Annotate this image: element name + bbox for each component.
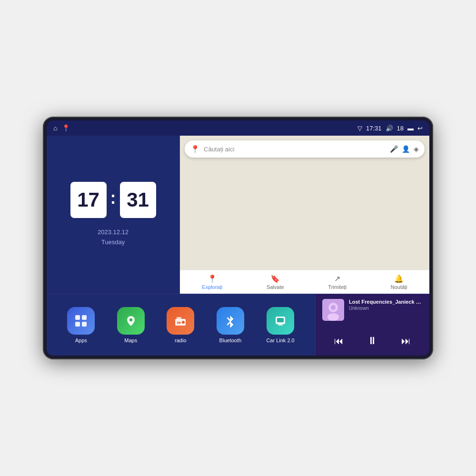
album-art-image	[322, 299, 344, 321]
svg-rect-31	[75, 322, 80, 327]
svg-point-36	[182, 321, 185, 324]
map-nav-saved-label: Salvate	[267, 284, 284, 290]
time-display: 17:31	[366, 125, 382, 132]
explore-icon: 📍	[208, 274, 217, 283]
map-widget[interactable]: 📍 Căutați aici 🎤 👤 ◈	[180, 136, 429, 294]
album-art	[322, 299, 344, 321]
svg-rect-35	[177, 317, 181, 319]
map-nav-share-label: Trimiteți	[328, 284, 347, 290]
music-title: Lost Frequencies_Janieck Devy-...	[349, 299, 423, 305]
app-icon-maps[interactable]: Maps	[117, 307, 145, 343]
clock-display: 17 : 31	[70, 182, 156, 218]
svg-rect-41	[278, 324, 283, 326]
svg-rect-29	[75, 315, 80, 320]
maps-icon-bg	[117, 307, 145, 335]
maps-icon	[124, 314, 138, 328]
status-left: ⌂ 📍	[53, 124, 70, 132]
next-button[interactable]: ⏭	[397, 334, 415, 348]
prev-button[interactable]: ⏮	[330, 334, 347, 348]
map-search-bar[interactable]: 📍 Căutați aici 🎤 👤 ◈	[185, 140, 425, 158]
signal-icon: ▽	[357, 125, 362, 132]
apps-label: Apps	[75, 337, 87, 343]
music-player: Lost Frequencies_Janieck Devy-... Unknow…	[315, 294, 429, 356]
map-nav-share[interactable]: ↗ Trimiteți	[328, 274, 347, 290]
volume-icon: 🔊	[386, 125, 393, 132]
clock-date: 2023.12.12 Tuesday	[98, 228, 129, 248]
svg-point-33	[129, 318, 132, 321]
svg-rect-40	[277, 318, 284, 322]
main-content: 17 : 31 2023.12.12 Tuesday 📍 Căutați aic…	[47, 136, 429, 356]
battery-level: 18	[397, 125, 404, 132]
device-shell: ⌂ 📍 ▽ 17:31 🔊 18 ▬ ↩ 17 :	[43, 117, 433, 359]
map-bottom-bar: 📍 Explorați 🔖 Salvate ↗ Trimiteți 🔔	[180, 270, 429, 294]
svg-point-45	[327, 313, 339, 321]
map-nav-explore-label: Explorați	[202, 284, 222, 290]
carlink-icon	[273, 314, 288, 328]
share-icon: ↗	[334, 274, 340, 283]
clock-separator: :	[110, 188, 116, 208]
back-icon[interactable]: ↩	[417, 125, 423, 132]
screen: ⌂ 📍 ▽ 17:31 🔊 18 ▬ ↩ 17 :	[47, 120, 429, 356]
radio-label: radio	[175, 337, 186, 343]
app-icon-bluetooth[interactable]: Bluetooth	[217, 307, 244, 343]
home-icon[interactable]: ⌂	[53, 124, 57, 132]
svg-text:FM: FM	[177, 322, 180, 325]
bottom-row: Apps Maps	[47, 294, 429, 356]
app-icon-apps[interactable]: Apps	[67, 307, 95, 343]
app-icons-section: Apps Maps	[47, 294, 315, 356]
carlink-icon-bg	[267, 307, 294, 335]
bluetooth-icon-bg	[217, 307, 244, 335]
radio-icon-bg: FM	[167, 307, 194, 335]
map-nav-explore[interactable]: 📍 Explorați	[202, 274, 222, 290]
mic-icon[interactable]: 🎤	[390, 145, 398, 153]
svg-point-44	[331, 305, 336, 310]
app-icon-carlink[interactable]: Car Link 2.0	[266, 307, 294, 343]
status-bar: ⌂ 📍 ▽ 17:31 🔊 18 ▬ ↩	[47, 120, 429, 136]
battery-icon: ▬	[407, 125, 414, 132]
maps-nav-icon[interactable]: 📍	[62, 124, 70, 132]
play-pause-button[interactable]: ⏸	[363, 333, 381, 349]
carlink-label: Car Link 2.0	[266, 337, 294, 343]
map-pin-icon: 📍	[190, 145, 200, 154]
music-controls: ⏮ ⏸ ⏭	[322, 331, 423, 351]
svg-rect-30	[82, 315, 87, 320]
top-row: 17 : 31 2023.12.12 Tuesday 📍 Căutați aic…	[47, 136, 429, 294]
bluetooth-label: Bluetooth	[219, 337, 241, 343]
music-info: Lost Frequencies_Janieck Devy-... Unknow…	[349, 299, 423, 311]
clock-minutes: 31	[120, 182, 156, 218]
radio-icon: FM	[173, 313, 188, 328]
map-search-icons: 🎤 👤 ◈	[390, 145, 419, 153]
status-right: ▽ 17:31 🔊 18 ▬ ↩	[357, 125, 423, 132]
svg-rect-32	[82, 322, 87, 327]
app-icon-radio[interactable]: FM radio	[167, 307, 194, 343]
saved-icon: 🔖	[270, 274, 280, 283]
music-top: Lost Frequencies_Janieck Devy-... Unknow…	[322, 299, 423, 321]
map-nav-news[interactable]: 🔔 Noutăți	[391, 274, 407, 290]
news-icon: 🔔	[394, 274, 404, 283]
clock-widget: 17 : 31 2023.12.12 Tuesday	[47, 136, 180, 294]
apps-icon	[74, 314, 88, 328]
map-nav-saved[interactable]: 🔖 Salvate	[267, 274, 284, 290]
bluetooth-icon	[224, 314, 237, 327]
account-icon[interactable]: 👤	[402, 145, 410, 153]
map-nav-news-label: Noutăți	[391, 284, 407, 290]
clock-hours: 17	[70, 182, 107, 218]
layers-icon[interactable]: ◈	[414, 145, 419, 153]
apps-icon-bg	[67, 307, 95, 335]
maps-label: Maps	[124, 337, 137, 343]
music-artist: Unknown	[349, 306, 423, 311]
map-search-text[interactable]: Căutați aici	[204, 146, 386, 153]
